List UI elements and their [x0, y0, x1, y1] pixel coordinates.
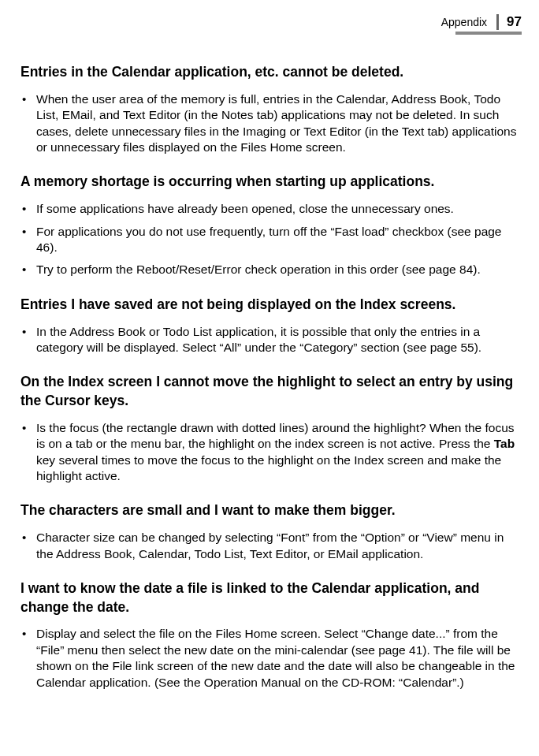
- page-content: Entries in the Calendar application, etc…: [20, 63, 519, 697]
- list: If some applications have already been o…: [20, 201, 519, 278]
- heading-entries-index: Entries I have saved are not being displ…: [20, 296, 519, 315]
- list-item: If some applications have already been o…: [20, 201, 519, 217]
- header-divider: [455, 32, 522, 35]
- heading-calendar-delete: Entries in the Calendar application, etc…: [20, 63, 519, 82]
- list: In the Address Book or Todo List applica…: [20, 324, 519, 356]
- list-item: Try to perform the Reboot/Reset/Error ch…: [20, 262, 519, 277]
- bold-key: Tab: [494, 437, 515, 450]
- list-item: Is the focus (the rectangle drawn with d…: [20, 420, 519, 485]
- heading-highlight-cursor: On the Index screen I cannot move the hi…: [20, 373, 519, 410]
- page-number: 97: [496, 14, 522, 30]
- text: Is the focus (the rectangle drawn with d…: [36, 421, 515, 450]
- list-item: Character size can be changed by selecti…: [20, 530, 519, 562]
- list: Display and select the file on the Files…: [20, 626, 519, 691]
- section-label: Appendix: [441, 16, 487, 28]
- text: key several times to move the focus to t…: [36, 453, 501, 482]
- heading-small-characters: The characters are small and I want to m…: [20, 501, 519, 520]
- heading-file-link-date: I want to know the date a file is linked…: [20, 579, 519, 616]
- list: Is the focus (the rectangle drawn with d…: [20, 420, 519, 485]
- list: When the user area of the memory is full…: [20, 91, 519, 156]
- heading-memory-shortage: A memory shortage is occurring when star…: [20, 173, 519, 192]
- list-item: For applications you do not use frequent…: [20, 224, 519, 256]
- list: Character size can be changed by selecti…: [20, 530, 519, 562]
- list-item: Display and select the file on the Files…: [20, 626, 519, 691]
- page-header: Appendix 97: [441, 14, 522, 30]
- list-item: When the user area of the memory is full…: [20, 91, 519, 156]
- list-item: In the Address Book or Todo List applica…: [20, 324, 519, 356]
